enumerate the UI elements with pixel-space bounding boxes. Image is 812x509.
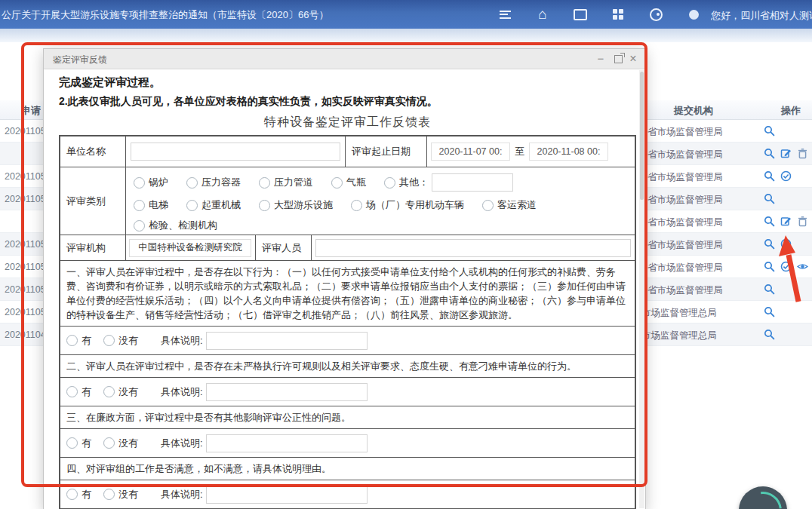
screen: 公厅关于开展大型游乐设施专项排查整治的通知（市监特设〔2020〕66号） ⌂ 您…: [0, 0, 812, 509]
detail-input-1[interactable]: [206, 332, 368, 350]
floating-help-button[interactable]: [739, 486, 787, 509]
search-icon[interactable]: [764, 306, 775, 317]
modal-header[interactable]: 鉴定评审反馈 − ×: [44, 49, 645, 69]
notice-title: 公厅关于开展大型游乐设施专项排查整治的通知（市监特设〔2020〕66号）: [2, 8, 328, 22]
row-id: 20201105: [5, 126, 46, 136]
row-id: 20201105: [5, 284, 46, 295]
eye-icon[interactable]: [797, 261, 808, 272]
category-row: 评审类别 锅炉 压力容器 压力管道 气瓶 其他：: [60, 167, 635, 235]
radio-icon: [103, 386, 115, 397]
search-icon[interactable]: [764, 238, 775, 250]
agency-value[interactable]: 中国特种设备检测研究院: [129, 239, 251, 257]
agency-row: 评审机构 中国特种设备检测研究院 评审人员: [60, 235, 635, 260]
minimize-button[interactable]: −: [594, 52, 607, 66]
row-agency: 省市场监督管理局: [647, 262, 762, 274]
radio-pressure-vessel[interactable]: 压力容器: [186, 176, 241, 189]
search-icon[interactable]: [764, 125, 775, 136]
column-header-action: 操作: [781, 104, 801, 118]
delete-icon[interactable]: [797, 148, 808, 159]
category-label: 评审类别: [60, 167, 125, 235]
answer-row-4: 有 没有 具体说明:: [60, 480, 635, 508]
unit-name-label: 单位名称: [60, 136, 125, 167]
row-agency: 市场监督管理总局: [641, 307, 756, 320]
radio-ropeway[interactable]: 客运索道: [482, 198, 537, 212]
detail-input-2[interactable]: [206, 383, 368, 401]
radio-icon: [66, 335, 78, 346]
search-icon[interactable]: [764, 261, 775, 272]
radio-icon: [103, 335, 115, 346]
edit-icon[interactable]: [780, 148, 792, 159]
row-id: 20201105: [5, 239, 46, 250]
radio-icon: [66, 437, 78, 449]
edit-icon[interactable]: [780, 216, 792, 227]
radio-no[interactable]: 没有: [103, 334, 138, 348]
radio-no[interactable]: 没有: [103, 437, 138, 450]
search-icon[interactable]: [764, 284, 775, 295]
radio-lifting-machinery[interactable]: 起重机械: [186, 198, 241, 212]
approve-icon[interactable]: [780, 170, 792, 182]
gauge-icon[interactable]: [649, 8, 663, 21]
row-agency: 市场监督管理总局: [641, 330, 756, 342]
radio-yes[interactable]: 有: [66, 488, 91, 501]
other-category-input[interactable]: [432, 173, 513, 192]
radio-special-vehicles[interactable]: 场（厂）专用机动车辆: [351, 198, 464, 212]
radio-elevator[interactable]: 电梯: [134, 198, 168, 212]
approve-icon[interactable]: [780, 238, 792, 250]
search-icon[interactable]: [764, 329, 775, 340]
home-icon[interactable]: ⌂: [536, 8, 549, 21]
reviewer-input[interactable]: [315, 239, 631, 257]
row-agency: 省市场监督管理局: [647, 171, 762, 184]
topbar-icon-group: ⌂: [498, 0, 700, 29]
search-icon[interactable]: [764, 148, 775, 159]
search-icon[interactable]: [764, 216, 775, 227]
page-header-strip: [0, 29, 812, 42]
modal-scrollbar[interactable]: [639, 70, 644, 508]
radio-pressure-pipe[interactable]: 压力管道: [259, 176, 313, 189]
radio-yes[interactable]: 有: [66, 385, 91, 399]
category-options: 锅炉 压力容器 压力管道 气瓶 其他： 电梯 起重机械: [125, 167, 635, 235]
radio-icon: [384, 177, 395, 189]
radio-icon: [103, 437, 115, 449]
detail-input-3[interactable]: [206, 434, 368, 452]
radio-icon: [103, 489, 115, 500]
apps-grid-icon[interactable]: [611, 8, 625, 21]
detail-label: 具体说明:: [161, 334, 203, 348]
radio-yes[interactable]: 有: [66, 334, 91, 348]
intro-line-1: 完成鉴定评审过程。: [59, 75, 635, 90]
detail-label: 具体说明:: [161, 488, 203, 501]
radio-other[interactable]: 其他：: [384, 176, 429, 189]
date-from-input[interactable]: 2020-11-07 00:: [431, 143, 510, 161]
radio-amusement-rides[interactable]: 大型游乐设施: [259, 198, 333, 212]
radio-icon: [482, 200, 494, 211]
radio-icon: [66, 489, 78, 500]
avatar-icon[interactable]: [687, 8, 700, 21]
date-to-input[interactable]: 2020-11-08 00:: [529, 143, 608, 161]
approve-icon[interactable]: [780, 261, 792, 272]
scrollbar-thumb[interactable]: [640, 72, 644, 200]
row-agency: 省市场监督管理局: [647, 126, 762, 139]
row-id: 20201105: [5, 194, 46, 204]
menu-icon[interactable]: [498, 8, 512, 21]
radio-yes[interactable]: 有: [66, 437, 91, 450]
unit-name-input[interactable]: [131, 143, 340, 161]
delete-icon[interactable]: [797, 216, 808, 227]
radio-inspection-org[interactable]: 检验、检测机构: [134, 219, 217, 232]
detail-input-4[interactable]: [206, 486, 368, 504]
row-agency: 省市场监督管理局: [647, 239, 762, 252]
radio-icon: [186, 177, 198, 189]
radio-boiler[interactable]: 锅炉: [134, 176, 168, 189]
search-icon[interactable]: [764, 193, 775, 204]
maximize-icon[interactable]: [611, 52, 625, 66]
window-icon[interactable]: [574, 8, 587, 21]
radio-icon: [331, 177, 343, 189]
row-agency: 省市场监督管理局: [647, 149, 762, 161]
radio-no[interactable]: 没有: [103, 385, 138, 399]
radio-gas-cylinder[interactable]: 气瓶: [331, 176, 366, 189]
question-4: 四、对评审组的工作是否满意，如不满意，请具体说明理由。: [60, 457, 635, 480]
date-separator: 至: [515, 145, 524, 158]
answer-row-3: 有 没有 具体说明:: [60, 428, 635, 457]
close-icon[interactable]: ×: [626, 52, 640, 66]
answer-row-1: 有 没有 具体说明:: [60, 326, 635, 354]
search-icon[interactable]: [764, 170, 775, 182]
radio-no[interactable]: 没有: [103, 488, 138, 501]
